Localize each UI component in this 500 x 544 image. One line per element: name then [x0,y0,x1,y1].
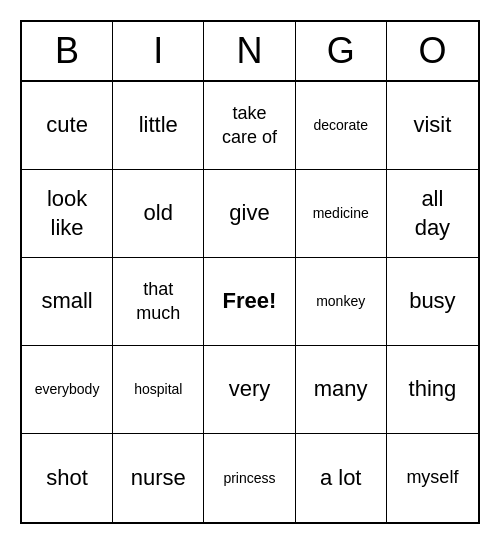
bingo-cell: many [296,346,387,434]
cell-text: princess [223,469,275,487]
cell-text: Free! [223,287,277,316]
cell-text: visit [413,111,451,140]
bingo-grid: cutelittletake care ofdecoratevisitlook … [22,82,478,522]
bingo-header: BINGO [22,22,478,82]
bingo-cell: myself [387,434,478,522]
bingo-cell: give [204,170,295,258]
bingo-cell: thing [387,346,478,434]
bingo-cell: princess [204,434,295,522]
cell-text: myself [406,466,458,489]
bingo-cell: cute [22,82,113,170]
bingo-cell: busy [387,258,478,346]
cell-text: small [41,287,92,316]
cell-text: hospital [134,380,182,398]
header-letter: I [113,22,204,80]
cell-text: decorate [313,116,367,134]
bingo-cell: a lot [296,434,387,522]
cell-text: nurse [131,464,186,493]
bingo-cell: little [113,82,204,170]
header-letter: G [296,22,387,80]
bingo-cell: all day [387,170,478,258]
bingo-cell: that much [113,258,204,346]
header-letter: O [387,22,478,80]
bingo-cell: visit [387,82,478,170]
bingo-cell: old [113,170,204,258]
bingo-cell: look like [22,170,113,258]
cell-text: shot [46,464,88,493]
bingo-cell: decorate [296,82,387,170]
cell-text: that much [136,278,180,325]
cell-text: look like [47,185,87,242]
cell-text: very [229,375,271,404]
bingo-cell: shot [22,434,113,522]
bingo-cell: hospital [113,346,204,434]
bingo-cell: very [204,346,295,434]
bingo-cell: small [22,258,113,346]
bingo-cell: medicine [296,170,387,258]
cell-text: everybody [35,380,100,398]
cell-text: take care of [222,102,277,149]
cell-text: medicine [313,204,369,222]
cell-text: many [314,375,368,404]
header-letter: N [204,22,295,80]
cell-text: old [144,199,173,228]
bingo-cell: everybody [22,346,113,434]
bingo-cell: Free! [204,258,295,346]
bingo-cell: monkey [296,258,387,346]
cell-text: busy [409,287,455,316]
cell-text: all day [415,185,450,242]
bingo-card: BINGO cutelittletake care ofdecoratevisi… [20,20,480,524]
cell-text: little [139,111,178,140]
cell-text: cute [46,111,88,140]
bingo-cell: take care of [204,82,295,170]
bingo-cell: nurse [113,434,204,522]
header-letter: B [22,22,113,80]
cell-text: a lot [320,464,362,493]
cell-text: thing [409,375,457,404]
cell-text: monkey [316,292,365,310]
cell-text: give [229,199,269,228]
